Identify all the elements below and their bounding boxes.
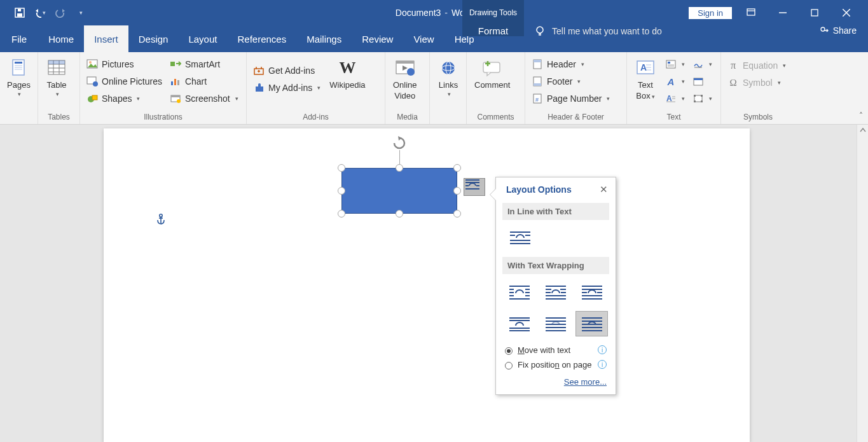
get-addins-button[interactable]: Get Add-ins bbox=[251, 62, 323, 79]
svg-point-28 bbox=[93, 81, 98, 86]
tab-review[interactable]: Review bbox=[352, 25, 403, 52]
pictures-button[interactable]: Pictures bbox=[84, 56, 165, 73]
wordart-icon: A bbox=[665, 76, 677, 87]
tab-layout[interactable]: Layout bbox=[178, 25, 227, 52]
shapes-label: Shapes bbox=[102, 93, 132, 104]
window-title: Document3 - Word bbox=[396, 8, 472, 18]
wikipedia-icon: W bbox=[336, 57, 358, 79]
group-pages: Pages▾ Pages bbox=[0, 52, 38, 124]
wrap-behind[interactable] bbox=[540, 311, 572, 336]
rotation-handle-icon[interactable] bbox=[392, 136, 406, 150]
signature-button[interactable]: ▾ bbox=[690, 56, 715, 73]
equation-button[interactable]: πEquation▾ bbox=[725, 57, 789, 74]
radio-move-label: Move with text bbox=[518, 345, 570, 355]
maximize-icon[interactable] bbox=[802, 0, 827, 25]
section-wrapping-label: With Text Wrapping bbox=[502, 257, 609, 274]
wikipedia-button[interactable]: W Wikipedia bbox=[326, 56, 369, 91]
layout-options-button[interactable] bbox=[464, 178, 485, 196]
pagenumber-button[interactable]: #Page Number▾ bbox=[529, 90, 612, 107]
datetime-icon bbox=[692, 76, 704, 87]
table-button[interactable]: Table▾ bbox=[42, 56, 71, 99]
comment-label: Comment bbox=[474, 80, 510, 90]
screenshot-button[interactable]: Screenshot▾ bbox=[167, 90, 241, 107]
comment-button[interactable]: Comment bbox=[471, 56, 514, 91]
wrap-square[interactable] bbox=[504, 279, 536, 305]
dropcap-button[interactable]: A▾ bbox=[663, 90, 687, 107]
wrap-infront[interactable] bbox=[575, 311, 608, 336]
see-more-link[interactable]: See more... bbox=[564, 377, 607, 387]
footer-button[interactable]: Footer▾ bbox=[529, 73, 612, 90]
resize-handle-ml[interactable] bbox=[338, 187, 345, 195]
group-comments-label: Comments bbox=[471, 111, 521, 124]
resize-handle-br[interactable] bbox=[453, 210, 461, 218]
shapes-button[interactable]: Shapes▾ bbox=[84, 90, 165, 107]
object-icon bbox=[692, 93, 704, 104]
resize-handle-tr[interactable] bbox=[453, 164, 461, 172]
wrap-inline[interactable] bbox=[504, 225, 537, 251]
radio-fix-position[interactable]: Fix position on page i bbox=[496, 357, 616, 372]
my-addins-button[interactable]: My Add-ins▾ bbox=[251, 79, 323, 96]
textbox-button[interactable]: A Text Box▾ bbox=[631, 56, 660, 102]
online-video-button[interactable]: Online Video bbox=[389, 56, 421, 102]
tab-view[interactable]: View bbox=[403, 25, 444, 52]
info-icon[interactable]: i bbox=[598, 345, 607, 354]
header-button[interactable]: Header▾ bbox=[529, 56, 612, 73]
tab-format[interactable]: Format bbox=[462, 25, 524, 36]
tab-mailings[interactable]: Mailings bbox=[296, 25, 352, 52]
links-label: Links bbox=[439, 80, 458, 90]
scroll-up-icon[interactable] bbox=[857, 125, 868, 136]
undo-icon[interactable]: ▾ bbox=[34, 7, 46, 18]
qat-customize-icon[interactable]: ▾ bbox=[75, 7, 86, 18]
smartart-button[interactable]: SmartArt bbox=[167, 56, 241, 73]
svg-rect-73 bbox=[694, 78, 703, 80]
resize-handle-mr[interactable] bbox=[453, 187, 461, 195]
svg-rect-34 bbox=[177, 80, 179, 85]
symbol-button[interactable]: ΩSymbol▾ bbox=[725, 74, 789, 91]
online-pictures-button[interactable]: Online Pictures bbox=[84, 73, 165, 90]
resize-handle-bm[interactable] bbox=[396, 210, 403, 218]
resize-handle-tl[interactable] bbox=[338, 164, 345, 172]
tell-me[interactable]: Tell me what you want to do bbox=[534, 25, 662, 37]
tab-design[interactable]: Design bbox=[128, 25, 179, 52]
wordart-button[interactable]: A▾ bbox=[663, 73, 687, 90]
tab-file[interactable]: File bbox=[0, 25, 38, 52]
group-media-label: Media bbox=[389, 111, 425, 124]
svg-rect-14 bbox=[15, 62, 22, 64]
wrap-tight[interactable] bbox=[540, 279, 572, 305]
selected-shape[interactable] bbox=[341, 168, 457, 214]
rectangle-shape[interactable] bbox=[341, 168, 457, 214]
pages-button[interactable]: Pages▾ bbox=[4, 56, 34, 99]
textbox-icon: A bbox=[635, 57, 656, 79]
popup-close-icon[interactable]: ✕ bbox=[600, 184, 608, 195]
close-icon[interactable] bbox=[834, 0, 859, 25]
group-tables-label: Tables bbox=[42, 111, 76, 124]
tab-home[interactable]: Home bbox=[38, 25, 84, 52]
tab-insert[interactable]: Insert bbox=[84, 25, 128, 52]
save-icon[interactable] bbox=[14, 7, 25, 18]
symbol-label: Symbol bbox=[743, 78, 773, 88]
minimize-icon[interactable] bbox=[770, 0, 796, 25]
ribbon-display-icon[interactable] bbox=[738, 0, 764, 25]
get-addins-label: Get Add-ins bbox=[268, 66, 315, 76]
resize-handle-tm[interactable] bbox=[396, 164, 403, 172]
chart-button[interactable]: Chart bbox=[167, 73, 241, 90]
wrap-topbottom[interactable] bbox=[504, 311, 536, 336]
links-button[interactable]: Links▾ bbox=[434, 56, 463, 99]
quickparts-button[interactable]: ▾ bbox=[663, 56, 687, 73]
page[interactable]: Layout Options ✕ In Line with Text With … bbox=[104, 128, 750, 442]
redo-icon[interactable] bbox=[55, 7, 66, 18]
info-icon[interactable]: i bbox=[598, 360, 607, 369]
vertical-scrollbar[interactable] bbox=[857, 125, 868, 442]
signin-button[interactable]: Sign in bbox=[689, 7, 732, 19]
tab-references[interactable]: References bbox=[227, 25, 296, 52]
group-illustrations-label: Illustrations bbox=[84, 111, 242, 124]
addins-icon bbox=[253, 82, 265, 93]
wrap-through[interactable] bbox=[575, 279, 608, 305]
radio-icon bbox=[505, 362, 513, 369]
share-button[interactable]: Share bbox=[819, 25, 857, 36]
resize-handle-bl[interactable] bbox=[338, 210, 345, 218]
collapse-ribbon-icon[interactable]: ˄ bbox=[859, 111, 863, 120]
radio-move-with-text[interactable]: Move with text i bbox=[496, 343, 616, 357]
datetime-button[interactable] bbox=[690, 73, 715, 90]
object-button[interactable]: ▾ bbox=[690, 90, 715, 107]
